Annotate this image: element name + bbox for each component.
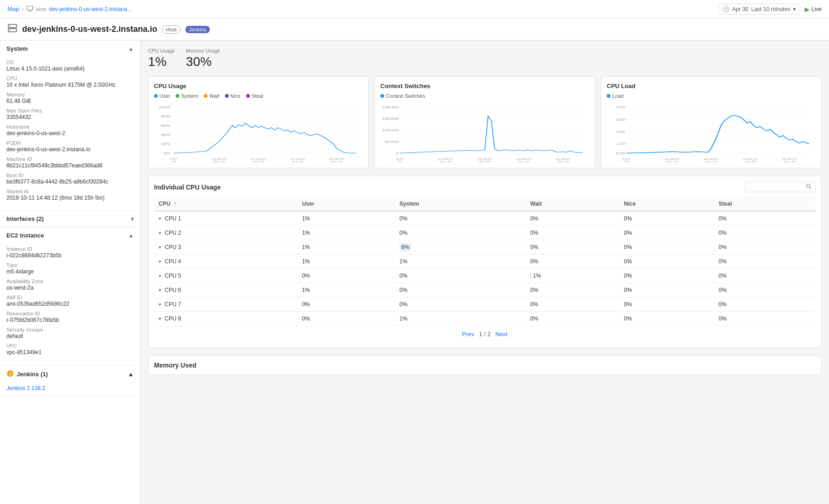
expand-icon[interactable]: ▾ (159, 244, 161, 250)
system-cell: 0% (395, 226, 526, 240)
col-steal: Steal (714, 197, 816, 211)
expand-icon[interactable]: ▾ (159, 273, 161, 279)
col-system: System (395, 197, 526, 211)
expand-icon[interactable]: ▾ (159, 302, 161, 307)
ec2-section-title: EC2 Instance (6, 232, 44, 239)
svg-text:30: 30 (172, 160, 176, 162)
memory-value: 61.48 GiB (6, 98, 134, 104)
expand-icon[interactable]: ▾ (159, 259, 161, 264)
svg-text:0: 0 (396, 151, 399, 155)
next-button[interactable]: Next (495, 331, 508, 338)
interfaces-chevron-icon: ▾ (131, 216, 134, 222)
host-link[interactable]: dev-jenkins-0-us-west-2.instana... (49, 6, 131, 12)
system-cell: 0% (395, 283, 526, 297)
legend-wait: Wait (204, 93, 219, 99)
jenkins-section-header[interactable]: J Jenkins (1) ▲ (0, 365, 140, 383)
svg-text:199,424: 199,424 (382, 105, 399, 109)
interfaces-section: Interfaces (2) ▾ (0, 211, 140, 227)
summary-row: CPU Usage 1% Memory Usage 30% (148, 48, 822, 69)
jenkins-label: J Jenkins (1) (6, 370, 48, 379)
page-title: dev-jenkins-0-us-west-2.instana.io (22, 24, 157, 34)
prev-button[interactable]: Prev (462, 331, 474, 338)
cpu-usage-chart-title: CPU Usage (154, 83, 363, 89)
svg-text:0.00: 0.00 (616, 151, 625, 155)
steal-cell: 0% (714, 255, 816, 269)
col-nice: Nice (619, 197, 714, 211)
expand-icon[interactable]: ▾ (159, 287, 161, 293)
svg-text:Apr 30: Apr 30 (705, 160, 717, 162)
steal-cell: 0% (714, 226, 816, 240)
system-cell: 1% (395, 255, 526, 269)
sidebar-item-machine-id: Machine ID 8b21c11cf84549c3bbbd57eaed366… (6, 156, 134, 169)
security-groups-label: Security Groups (6, 327, 134, 332)
content-area: CPU Usage 1% Memory Usage 30% CPU Usage … (141, 41, 829, 504)
table-row: ▾ CPU 3 1% 6% 0% 0% 0% (154, 240, 816, 255)
jenkins-title: Jenkins (1) (17, 371, 48, 378)
wait-cell: 0% (526, 255, 619, 269)
cpu-load-chart-area: 3.50 3.00 2.00 1.00 0.00 5:57 30 12:28:5… (607, 102, 816, 162)
fqdn-label: FQDN (6, 140, 134, 146)
legend-nice-label: Nice (231, 93, 241, 99)
cpu-search-input[interactable] (749, 184, 804, 190)
expand-icon[interactable]: ▾ (159, 230, 161, 236)
mem-usage-summary: Memory Usage 30% (186, 48, 220, 69)
cpu-search-box[interactable] (745, 182, 816, 192)
legend-steal-label: Steal (252, 93, 263, 99)
user-cell: 1% (297, 226, 395, 240)
system-section: System ▲ OS Linux 4.15.0-1021-aws (amd64… (0, 41, 140, 211)
top-nav: Map › Host dev-jenkins-0-us-west-2.insta… (0, 0, 829, 18)
jenkins-chevron-icon: ▲ (128, 371, 134, 378)
nice-cell: 0% (619, 211, 714, 226)
system-cell: 1% (395, 312, 526, 326)
cpu-load-chart: CPU Load Load 3.50 3.00 2.00 1.00 (601, 77, 822, 168)
host-icon (27, 5, 33, 13)
user-cell: 1% (297, 283, 395, 297)
svg-text:Apr 30: Apr 30 (253, 160, 264, 162)
live-button[interactable]: ▶ Live (805, 6, 822, 13)
time-range-picker[interactable]: 🕐 Apr 30 Last 10 minutes ▾ (718, 4, 800, 15)
steal-cell: 0% (714, 240, 816, 255)
interfaces-section-header[interactable]: Interfaces (2) ▾ (0, 211, 140, 227)
svg-text:80%: 80% (161, 114, 171, 118)
cpu-id-cell: ▾ CPU 5 (154, 269, 297, 283)
svg-text:Apr 30: Apr 30 (479, 160, 491, 162)
cpu-table-card: Individual CPU Usage CPU ↑ User System W… (148, 176, 822, 348)
memory-label: Memory (6, 92, 134, 97)
svg-text:J: J (9, 372, 11, 376)
breadcrumb: Map › Host dev-jenkins-0-us-west-2.insta… (7, 5, 132, 13)
svg-text:100%: 100% (159, 105, 171, 109)
wait-cell: 0% (526, 283, 619, 297)
col-cpu[interactable]: CPU ↑ (154, 197, 297, 211)
user-cell: 1% (297, 255, 395, 269)
cpu-value: 16 x Intel Xeon Platinum 8175M @ 2.50GHz (6, 82, 134, 88)
clock-icon: 🕐 (722, 6, 729, 12)
expand-icon[interactable]: ▾ (159, 316, 161, 321)
steal-cell: 0% (714, 283, 816, 297)
steal-cell: 0% (714, 211, 816, 226)
breadcrumb-sep-1: › (22, 6, 24, 12)
map-link[interactable]: Map (7, 6, 19, 12)
svg-line-70 (810, 187, 811, 189)
cpu-table-body: ▾ CPU 1 1% 0% 0% 0% 0% ▾ CPU 2 1% 0% 0% … (154, 211, 816, 326)
memory-title: Memory Used (154, 362, 816, 369)
vpc-value: vpc-851349e1 (6, 349, 134, 356)
sidebar-item-ami-id: AMI ID ami-0539ad652d5686c22 (6, 295, 134, 307)
table-row: ▾ CPU 8 0% 1% 0% 0% 0% (154, 312, 816, 326)
system-section-header[interactable]: System ▲ (0, 41, 140, 57)
svg-text:Apr 30: Apr 30 (518, 160, 530, 162)
svg-text:50,000: 50,000 (385, 140, 399, 143)
os-label: OS (6, 59, 134, 65)
jenkins-link[interactable]: Jenkins 2.138.2 (0, 383, 140, 395)
expand-icon[interactable]: ▾ (159, 216, 161, 221)
steal-cell: 0% (714, 312, 816, 326)
table-row: ▾ CPU 6 1% 0% 0% 0% 0% (154, 283, 816, 297)
cpu-table-title: Individual CPU Usage (154, 184, 221, 191)
mem-usage-value: 30% (186, 54, 220, 69)
legend-user: User (154, 93, 170, 99)
jenkins-section: J Jenkins (1) ▲ Jenkins 2.138.2 (0, 365, 140, 396)
ec2-section-header[interactable]: EC2 Instance ▲ (0, 227, 140, 243)
user-cell: 1% (297, 211, 395, 226)
nice-cell: 0% (619, 255, 714, 269)
system-section-content: OS Linux 4.15.0-1021-aws (amd64) CPU 16 … (0, 57, 140, 210)
sidebar-item-started-at: Started At 2018-10-11 14:48:12 (6mo 18d … (6, 189, 134, 201)
